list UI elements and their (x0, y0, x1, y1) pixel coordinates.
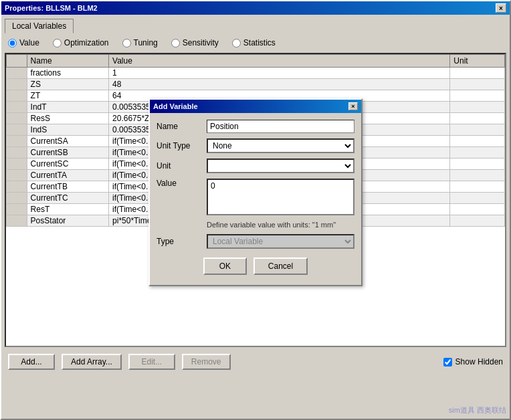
dialog-type-label: Type (157, 237, 207, 246)
dialog-unit-label: Unit (157, 161, 207, 171)
dialog-name-input[interactable] (207, 120, 354, 133)
modal-overlay: Add Variable × Name Unit Type None (1, 1, 510, 419)
dialog-body: Name Unit Type None Unit (150, 113, 361, 285)
dialog-type-select[interactable]: Local Variable (208, 235, 353, 247)
dialog-unit-type-label: Unit Type (157, 141, 207, 150)
dialog-title-bar: Add Variable × (150, 100, 361, 113)
dialog-unit-type-select-wrapper[interactable]: None (207, 138, 354, 153)
dialog-value-input[interactable]: 0 (207, 179, 354, 215)
dialog-name-row: Name (157, 120, 354, 133)
dialog-unit-type-select[interactable]: None (208, 140, 353, 152)
watermark: sim道具 西奥联结 (449, 405, 506, 415)
tab-local-variables[interactable]: Local Variables (5, 19, 74, 33)
dialog-unit-select[interactable] (208, 160, 353, 172)
dialog-close-button[interactable]: × (348, 102, 358, 110)
main-window: Properties: BLLSM - BLM2 × Local Variabl… (0, 0, 511, 420)
dialog-name-label: Name (157, 122, 207, 131)
dialog-value-row: Value 0 (157, 179, 354, 215)
dialog-buttons: OK Cancel (157, 254, 354, 278)
dialog-type-select-wrapper[interactable]: Local Variable (207, 234, 354, 249)
dialog-value-label: Value (157, 179, 207, 188)
dialog-unit-select-wrapper[interactable] (207, 159, 354, 173)
dialog-type-row: Type Local Variable (157, 234, 354, 249)
dialog-title-text: Add Variable (153, 102, 198, 110)
dialog-hint: Define variable value with units: "1 mm" (207, 221, 354, 229)
add-variable-dialog: Add Variable × Name Unit Type None (148, 98, 363, 286)
dialog-ok-button[interactable]: OK (203, 257, 247, 275)
dialog-cancel-button[interactable]: Cancel (253, 257, 308, 275)
dialog-unit-row: Unit (157, 159, 354, 173)
dialog-unit-type-row: Unit Type None (157, 138, 354, 153)
